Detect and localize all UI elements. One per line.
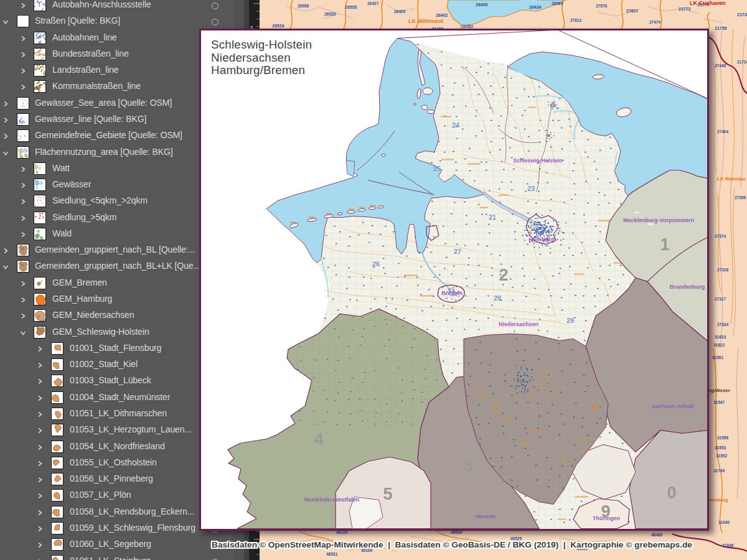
svg-text:Mecklenburg-Vorpommern: Mecklenburg-Vorpommern: [623, 217, 694, 223]
svg-text:31553: 31553: [715, 446, 726, 450]
svg-text:21: 21: [489, 213, 496, 221]
svg-text:27474: 27474: [649, 20, 660, 24]
svg-text:26402: 26402: [436, 13, 448, 17]
svg-text:21772: 21772: [679, 7, 691, 11]
svg-text:27607: 27607: [626, 9, 639, 13]
svg-text:21747: 21747: [737, 12, 747, 17]
svg-text:Schleswig-Holstein: Schleswig-Holstein: [514, 157, 563, 164]
svg-text:25: 25: [433, 165, 441, 172]
svg-text:Brandenburg: Brandenburg: [670, 284, 705, 290]
svg-text:27: 27: [454, 248, 461, 255]
svg-text:21755: 21755: [715, 26, 727, 30]
svg-text:rg/Weser: rg/Weser: [709, 388, 730, 393]
svg-text:26409: 26409: [394, 9, 405, 14]
svg-text:48531: 48531: [326, 552, 337, 556]
svg-text:31556: 31556: [717, 436, 728, 440]
svg-text:Bremen: Bremen: [441, 290, 463, 296]
svg-text:26969: 26969: [552, 1, 563, 6]
svg-text:26: 26: [372, 260, 380, 268]
svg-text:27317: 27317: [715, 297, 726, 301]
svg-text:31848: 31848: [722, 543, 733, 548]
svg-text:48480: 48480: [651, 533, 662, 537]
svg-text:38: 38: [591, 403, 598, 410]
svg-text:26524: 26524: [272, 24, 284, 28]
svg-text:Sachsen-Anhalt: Sachsen-Anhalt: [652, 403, 694, 409]
svg-text:1: 1: [660, 235, 669, 254]
svg-text:3: 3: [463, 456, 472, 475]
svg-text:21734: 21734: [737, 60, 747, 64]
svg-text:49534: 49534: [451, 530, 462, 534]
svg-text:31040: 31040: [718, 520, 730, 525]
svg-text:oumburg: oumburg: [709, 498, 728, 503]
svg-text:26452: 26452: [462, 24, 473, 29]
svg-text:31547: 31547: [713, 400, 725, 404]
svg-text:Hamburg: Hamburg: [529, 236, 555, 243]
svg-text:27318: 27318: [717, 268, 728, 272]
svg-text:31622: 31622: [713, 343, 725, 347]
svg-text:LK Wittmund: LK Wittmund: [408, 18, 443, 24]
svg-text:26553: 26553: [345, 5, 357, 9]
svg-text:26427: 26427: [367, 1, 378, 6]
svg-text:31623: 31623: [715, 335, 726, 339]
svg-text:23: 23: [527, 185, 535, 192]
svg-text:49124: 49124: [336, 530, 347, 534]
svg-text:26434: 26434: [529, 5, 542, 9]
svg-text:Nordrhein-Westfalen: Nordrhein-Westfalen: [304, 497, 359, 503]
svg-text:Hessen: Hessen: [476, 513, 496, 520]
svg-text:0: 0: [667, 483, 676, 502]
svg-text:27356: 27356: [735, 195, 746, 200]
svg-text:LK Cuxhaven: LK Cuxhaven: [690, 0, 726, 6]
svg-text:27324: 27324: [717, 322, 728, 327]
svg-text:5: 5: [383, 485, 392, 503]
svg-text:26529: 26529: [324, 12, 336, 16]
svg-text:4: 4: [314, 430, 323, 449]
svg-text:Niedersachsen: Niedersachsen: [499, 321, 538, 327]
svg-text:24: 24: [452, 121, 460, 129]
svg-text:2: 2: [499, 266, 508, 284]
svg-text:27404: 27404: [717, 129, 728, 134]
svg-text:27578: 27578: [596, 4, 607, 8]
svg-text:28: 28: [494, 294, 501, 302]
svg-text:31552: 31552: [716, 454, 727, 458]
svg-text:31561: 31561: [712, 355, 723, 360]
svg-text:31: 31: [492, 403, 499, 410]
svg-text:26556: 26556: [298, 4, 309, 8]
svg-text:27612: 27612: [570, 18, 581, 22]
svg-text:LK Rotenbu: LK Rotenbu: [717, 176, 745, 182]
svg-text:9: 9: [601, 502, 610, 521]
svg-text:27374: 27374: [715, 234, 726, 238]
svg-text:27449: 27449: [715, 63, 726, 68]
svg-text:26409: 26409: [476, 2, 488, 7]
svg-text:31749: 31749: [713, 469, 725, 473]
svg-text:29: 29: [566, 317, 574, 324]
